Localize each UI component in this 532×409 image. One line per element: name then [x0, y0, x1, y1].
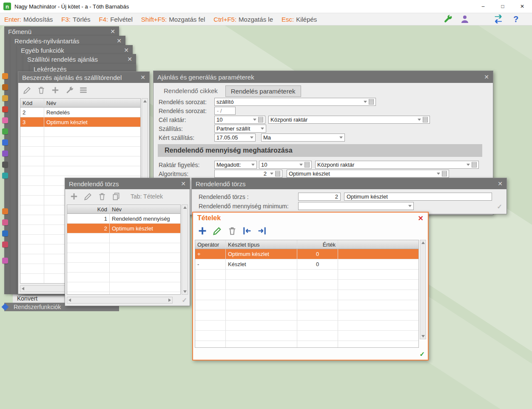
rendeles-sorozat2-field[interactable]: - / [214, 107, 236, 115]
lookup-icon[interactable] [423, 117, 428, 122]
scroll-left-icon[interactable] [22, 287, 24, 290]
raktar-figyeles-mode-combo[interactable]: Megadott: [214, 161, 257, 169]
sidebar-icon[interactable] [2, 128, 8, 134]
table-row-empty[interactable] [67, 253, 180, 263]
menu-icon[interactable] [79, 85, 88, 95]
tools-icon[interactable] [65, 85, 74, 95]
table-row-empty[interactable] [195, 280, 418, 290]
user-icon[interactable] [460, 14, 470, 24]
table-row[interactable]: +Optimum készlet0 [195, 249, 418, 259]
lookup-icon[interactable] [369, 99, 374, 105]
transfer-icon[interactable] [494, 14, 504, 24]
close-icon[interactable]: ✕ [494, 180, 503, 187]
table-row-empty[interactable] [195, 341, 418, 348]
vertical-scrollbar[interactable] [420, 240, 426, 339]
table-row-empty[interactable] [67, 282, 180, 292]
lookup-icon[interactable] [442, 171, 447, 176]
confirm-icon[interactable]: ✓ [182, 296, 187, 304]
window-titlebar[interactable]: Tételek ✕ [193, 213, 428, 224]
column-header-keszlet-tipus[interactable]: Készlet típus [226, 240, 297, 249]
delete-icon[interactable] [97, 192, 107, 201]
table-row-empty[interactable] [195, 321, 418, 331]
table-row-empty[interactable] [67, 243, 180, 253]
table-row[interactable]: 1Rendelendő mennyiség [67, 214, 180, 224]
close-icon[interactable]: ✕ [124, 56, 132, 62]
scroll-down-icon[interactable] [183, 290, 187, 293]
cel-raktar-code-combo[interactable]: 10 [214, 116, 265, 124]
modules-icon[interactable] [477, 14, 487, 24]
column-header-kod[interactable]: Kód [67, 205, 110, 213]
algoritmus-name-combo[interactable]: Optimum készlet [287, 170, 449, 178]
table-row-empty[interactable] [195, 290, 418, 300]
add-icon[interactable] [69, 192, 79, 201]
close-icon[interactable]: ✕ [107, 28, 115, 35]
delete-icon[interactable] [227, 226, 237, 236]
sidebar-icon[interactable] [2, 241, 8, 247]
window-titlebar[interactable]: Főmenü ✕ [4, 26, 119, 37]
sidebar-icon[interactable] [2, 208, 8, 214]
lookup-icon[interactable] [258, 117, 263, 122]
window-titlebar[interactable]: Rendelendő törzs ✕ [65, 178, 190, 189]
vertical-scrollbar[interactable] [182, 204, 188, 295]
table-row[interactable]: 2Optimum készlet [67, 224, 180, 233]
table-row-empty[interactable] [195, 331, 418, 341]
torzs-code-field[interactable]: 2 [298, 193, 341, 201]
sidebar-icon[interactable] [2, 95, 8, 101]
add-icon[interactable] [51, 85, 60, 95]
sidebar-icon[interactable] [2, 84, 8, 90]
rendeles-sorozat-combo[interactable]: szállító [214, 98, 376, 106]
column-header-extra[interactable] [338, 240, 418, 249]
lookup-icon[interactable] [275, 171, 280, 176]
copy-icon[interactable] [111, 192, 121, 201]
delete-icon[interactable] [37, 85, 46, 95]
table-row-empty[interactable] [67, 273, 180, 282]
close-button[interactable]: ✕ [512, 0, 532, 13]
app-titlebar[interactable]: n Nagy Machinátor - Új kötet - a - Tóth … [0, 0, 532, 13]
kert-szallitas-mode-combo[interactable]: Ma [261, 133, 345, 142]
edit-icon[interactable] [23, 85, 32, 95]
torzs-name-field[interactable]: Optimum készlet [344, 193, 492, 201]
szallitas-combo[interactable]: Partner szállít [214, 125, 266, 133]
table-row-empty[interactable] [195, 270, 418, 280]
window-titlebar[interactable]: Ajánlás és generálás paraméterek ✕ [154, 71, 493, 83]
table-row-empty[interactable] [20, 156, 140, 166]
column-header-nev[interactable]: Név [110, 205, 180, 213]
column-header-nev[interactable]: Név [44, 99, 140, 107]
edit-icon[interactable] [83, 192, 93, 201]
sidebar-icon[interactable] [2, 106, 8, 112]
scroll-up-icon[interactable] [183, 206, 187, 209]
lookup-icon[interactable] [304, 162, 310, 168]
tools-icon[interactable] [443, 14, 453, 24]
confirm-icon[interactable]: ✓ [419, 350, 425, 358]
scroll-up-icon[interactable] [143, 100, 147, 102]
table-row-empty[interactable] [20, 127, 140, 137]
minimum-combo[interactable] [298, 202, 414, 210]
close-icon[interactable]: ✕ [418, 214, 424, 222]
window-titlebar[interactable]: Rendelés-nyilvántartás ✕ [11, 36, 125, 46]
table-row-empty[interactable] [67, 292, 180, 295]
table-row-empty[interactable] [195, 310, 418, 321]
table-row[interactable]: 3Optimum készlet [20, 117, 140, 127]
lookup-icon[interactable] [472, 162, 477, 168]
column-header-ertek[interactable]: Érték [297, 240, 338, 249]
scroll-up-icon[interactable] [421, 241, 425, 244]
sidebar-icon[interactable] [2, 162, 8, 168]
close-icon[interactable]: ✕ [177, 180, 186, 187]
algoritmus-code-combo[interactable]: 2 [214, 170, 282, 178]
table-row-empty[interactable] [20, 147, 140, 156]
scroll-right-icon[interactable] [168, 298, 171, 302]
scroll-down-icon[interactable] [421, 335, 425, 338]
close-icon[interactable]: ✕ [481, 74, 489, 80]
tab-rendeles-parameterek[interactable]: Rendelés paraméterek [225, 85, 301, 97]
sidebar-icon[interactable] [2, 219, 8, 225]
cel-raktar-name-combo[interactable]: Központi raktár [268, 116, 430, 124]
sidebar-icon[interactable] [2, 173, 8, 179]
close-icon[interactable]: ✕ [120, 47, 129, 54]
sidebar-icon[interactable] [2, 117, 8, 123]
close-icon[interactable]: ✕ [113, 37, 122, 44]
table-row[interactable]: -Készlet0 [195, 259, 418, 270]
add-icon[interactable] [197, 226, 208, 236]
maximize-button[interactable]: □ [493, 0, 512, 13]
import-icon[interactable] [242, 226, 252, 236]
raktar-figyeles-name-combo[interactable]: Központi raktár [315, 161, 479, 169]
